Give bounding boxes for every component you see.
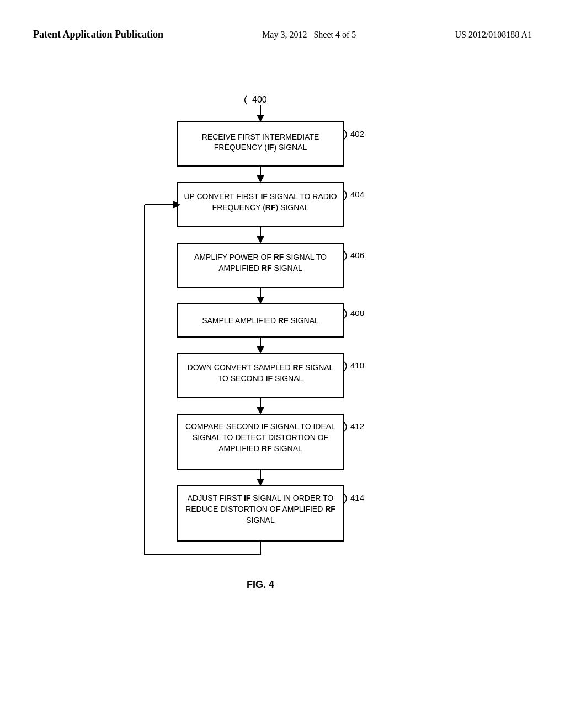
figure-label: FIG. 4 <box>247 579 274 590</box>
box-412-text-line1: COMPARE SECOND IF SIGNAL TO IDEAL <box>185 422 335 431</box>
header: Patent Application Publication May 3, 20… <box>0 0 565 53</box>
box-408-text: SAMPLE AMPLIFIED RF SIGNAL <box>202 316 319 325</box>
arrowhead-406-408 <box>257 297 264 304</box>
header-patent-number: US 2012/0108188 A1 <box>455 28 532 42</box>
box-412-text-line2: SIGNAL TO DETECT DISTORTION OF <box>193 433 328 442</box>
ref-tick-414 <box>344 494 347 503</box>
page: Patent Application Publication May 3, 20… <box>0 0 565 728</box>
arrowhead-entry <box>257 115 264 122</box>
ref-label-408: 408 <box>350 308 364 318</box>
flowchart-svg: 400 RECEIVE FIRST INTERMEDIATE FREQUENCY… <box>89 53 476 649</box>
entry-label: 400 <box>252 95 267 104</box>
ref-label-406: 406 <box>350 250 364 260</box>
arrowhead-404-406 <box>257 236 264 243</box>
box-402-text-line2: FREQUENCY (IF) SIGNAL <box>214 143 307 152</box>
box-404-text-line2: FREQUENCY (RF) SIGNAL <box>212 203 309 212</box>
ref-tick-402 <box>344 130 347 139</box>
ref-tick-410 <box>344 362 347 371</box>
box-404-text-line1: UP CONVERT FIRST IF SIGNAL TO RADIO <box>184 192 337 201</box>
box-414-text-line3: SIGNAL <box>246 516 275 524</box>
box-414-text-line1: ADJUST FIRST IF SIGNAL IN ORDER TO <box>188 494 334 502</box>
box-406-text-line2: AMPLIFIED RF SIGNAL <box>218 264 302 272</box>
box-414-text-line2: REDUCE DISTORTION OF AMPLIFIED RF <box>185 505 335 513</box>
arrowhead-410-412 <box>257 407 264 414</box>
ref-tick-412 <box>344 422 347 431</box>
ref-tick-404 <box>344 191 347 200</box>
header-publication-title: Patent Application Publication <box>33 28 163 41</box>
ref-label-402: 402 <box>350 129 364 138</box>
header-date-sheet: May 3, 2012 Sheet 4 of 5 <box>262 28 356 42</box>
box-412-text-line3: AMPLIFIED RF SIGNAL <box>218 444 302 453</box>
box-410-text-line1: DOWN CONVERT SAMPLED RF SIGNAL <box>188 363 334 372</box>
header-sheet: Sheet 4 of 5 <box>313 30 356 39</box>
ref-label-414: 414 <box>350 493 364 502</box>
box-406-text-line1: AMPLIFY POWER OF RF SIGNAL TO <box>194 253 327 261</box>
arrowhead-402-404 <box>257 175 264 183</box>
ref-tick-406 <box>344 251 347 260</box>
ref-label-410: 410 <box>350 361 364 370</box>
arrowhead-412-414 <box>257 479 264 486</box>
arrowhead-408-410 <box>257 346 264 354</box>
diagram-container: 400 RECEIVE FIRST INTERMEDIATE FREQUENCY… <box>0 53 565 649</box>
ref-label-404: 404 <box>350 190 364 199</box>
entry-tick <box>245 96 247 104</box>
ref-label-412: 412 <box>350 421 364 431</box>
box-410-text-line2: TO SECOND IF SIGNAL <box>218 374 303 383</box>
ref-tick-408 <box>344 309 347 318</box>
header-date: May 3, 2012 <box>262 30 307 39</box>
box-402-text-line1: RECEIVE FIRST INTERMEDIATE <box>202 132 319 141</box>
